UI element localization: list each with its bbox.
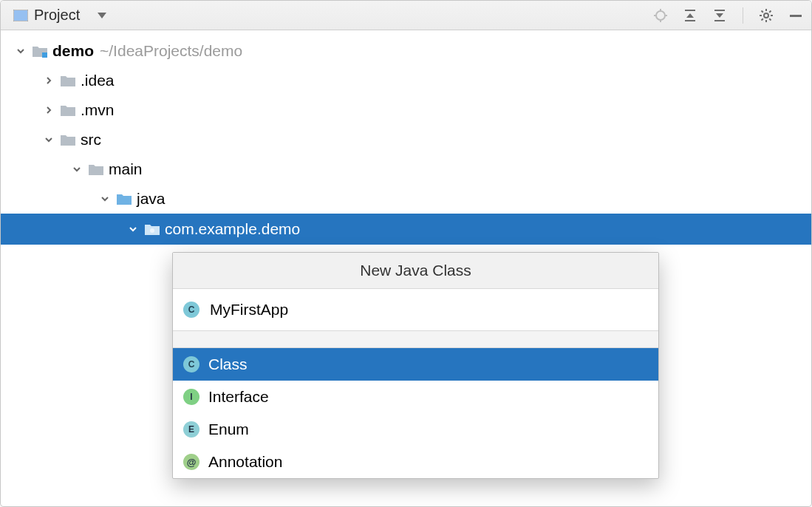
chevron-down-icon[interactable] — [70, 163, 83, 176]
tree-node-src[interactable]: src — [1, 125, 811, 154]
toolbar-actions — [652, 7, 804, 24]
locate-icon[interactable] — [652, 7, 669, 24]
svg-line-19 — [762, 10, 763, 12]
svg-point-25 — [150, 228, 154, 233]
view-combo-label: Project — [34, 7, 80, 24]
project-toolbar: Project — [1, 1, 811, 30]
view-combo[interactable]: Project — [8, 4, 115, 27]
tree-node-java[interactable]: java — [1, 184, 811, 214]
tree-node-label: src — [81, 131, 101, 149]
class-badge-icon: C — [183, 356, 199, 372]
tree-node-label: java — [137, 190, 166, 208]
kind-option-annotation[interactable]: @ Annotation — [173, 446, 658, 478]
svg-marker-12 — [716, 13, 723, 18]
annotation-badge-icon: @ — [183, 454, 199, 470]
interface-badge-icon: I — [183, 389, 199, 405]
svg-line-20 — [769, 18, 771, 20]
class-badge-icon: C — [183, 302, 199, 318]
svg-line-22 — [769, 10, 771, 12]
kind-option-class[interactable]: C Class — [173, 348, 658, 381]
kind-option-interface[interactable]: I Interface — [173, 381, 658, 413]
chevron-down-icon[interactable] — [98, 192, 112, 205]
expand-all-icon[interactable] — [682, 7, 698, 24]
option-label: Interface — [208, 388, 269, 406]
tree-node-label: .mvn — [81, 101, 115, 119]
chevron-right-icon[interactable] — [42, 74, 55, 87]
package-icon — [144, 222, 160, 236]
option-label: Enum — [208, 421, 249, 438]
tree-node-label: com.example.demo — [165, 220, 300, 238]
svg-rect-24 — [42, 52, 47, 58]
svg-rect-1 — [14, 10, 27, 21]
folder-icon — [60, 133, 76, 146]
chevron-down-icon[interactable] — [126, 222, 140, 236]
gear-icon[interactable] — [758, 7, 774, 24]
toolbar-separator — [743, 7, 743, 24]
tree-node-main[interactable]: main — [1, 154, 811, 184]
class-name-input[interactable] — [208, 296, 648, 323]
svg-point-14 — [764, 13, 768, 18]
chevron-right-icon[interactable] — [42, 103, 55, 117]
new-java-class-popup: New Java Class C C Class I Interface E E… — [172, 252, 659, 479]
svg-rect-23 — [790, 15, 802, 17]
collapse-all-icon[interactable] — [712, 7, 728, 24]
option-label: Class — [208, 355, 248, 373]
svg-point-3 — [656, 11, 665, 20]
project-tree[interactable]: demo~/IdeaProjects/demo .idea .mvn src m… — [1, 30, 811, 245]
source-folder-icon — [116, 192, 132, 205]
chevron-down-icon[interactable] — [14, 44, 27, 58]
folder-icon — [60, 103, 76, 117]
option-label: Annotation — [208, 453, 282, 471]
project-view-icon — [13, 10, 28, 21]
svg-line-21 — [762, 18, 763, 20]
tree-node-label: main — [109, 160, 143, 178]
chevron-down-icon[interactable] — [42, 133, 55, 146]
module-folder-icon — [32, 44, 48, 58]
dropdown-caret-icon — [98, 13, 106, 18]
popup-title: New Java Class — [173, 253, 658, 289]
svg-marker-2 — [98, 13, 106, 18]
tree-node-label: demo~/IdeaProjects/demo — [52, 42, 242, 60]
kind-option-enum[interactable]: E Enum — [173, 413, 658, 446]
ide-project-panel: Project — [0, 0, 812, 507]
popup-separator — [173, 331, 658, 348]
kind-list: C Class I Interface E Enum @ Annotation — [173, 348, 658, 478]
folder-icon — [60, 74, 76, 87]
tree-node-root[interactable]: demo~/IdeaProjects/demo — [1, 36, 811, 66]
tree-node-idea[interactable]: .idea — [1, 66, 811, 95]
tree-node-package[interactable]: com.example.demo — [1, 214, 811, 245]
svg-marker-9 — [686, 13, 694, 18]
tree-node-mvn[interactable]: .mvn — [1, 95, 811, 125]
tree-node-label: .idea — [81, 72, 115, 89]
popup-name-row: C — [173, 289, 658, 331]
folder-icon — [88, 163, 104, 176]
enum-badge-icon: E — [183, 421, 199, 438]
hide-icon[interactable] — [788, 7, 804, 24]
